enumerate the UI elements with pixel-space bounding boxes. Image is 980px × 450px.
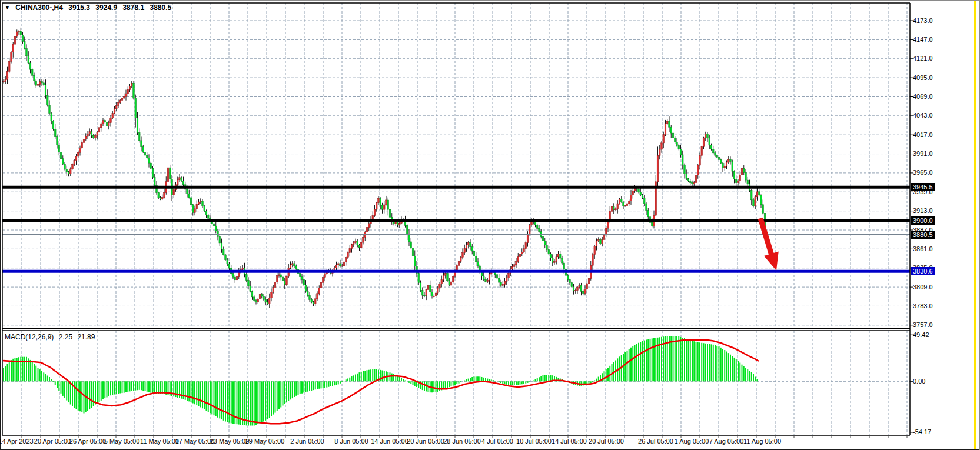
macd-main-value: 2.25 (59, 333, 72, 341)
time-tick-label: 5 May 05:00 (104, 438, 140, 445)
time-tick-label: 1 Aug 05:00 (675, 438, 709, 445)
price-tick-label: 3861.0 (913, 245, 933, 253)
time-tick-label: 26 Jul 05:00 (638, 438, 673, 445)
ohlc-open: 3915.3 (68, 4, 90, 12)
price-tick-label: 4017.0 (913, 131, 933, 139)
price-badge: 3900.0 (911, 216, 935, 225)
time-tick-label: 7 Aug 05:00 (709, 438, 744, 445)
macd-name: MACD(12,26,9) (5, 333, 54, 341)
ohlc-high: 3924.9 (95, 4, 117, 12)
time-tick-label: 23 May 05:00 (210, 438, 250, 445)
time-tick-label: 11 May 05:00 (140, 438, 179, 445)
price-tick-label: 3991.0 (913, 150, 933, 158)
ohlc-low: 3878.1 (122, 4, 144, 12)
macd-tick-label: -54.17 (913, 428, 931, 436)
mt4-chart-window: ▼ CHINA300-,H4 3915.3 3924.9 3878.1 3880… (0, 0, 980, 450)
chart-canvas[interactable] (0, 0, 980, 450)
time-tick-label: 11 Aug 05:00 (743, 438, 781, 445)
price-badge: 3880.5 (911, 231, 935, 239)
symbol-dropdown-icon[interactable]: ▼ (5, 5, 10, 11)
macd-signal-value: 21.89 (77, 333, 95, 341)
time-tick-label: 17 May 05:00 (175, 438, 215, 445)
macd-tick-label: 49.42 (913, 331, 929, 339)
price-tick-label: 3783.0 (913, 302, 933, 310)
time-tick-label: 14 Jul 05:00 (552, 438, 587, 445)
price-tick-label: 4095.0 (913, 74, 933, 82)
time-tick-label: 10 Jul 05:00 (516, 438, 552, 445)
price-tick-label: 4069.0 (913, 93, 933, 101)
time-tick-label: 20 Jun 05:00 (407, 438, 444, 445)
time-tick-label: 20 Jul 05:00 (589, 438, 624, 445)
time-tick-label: 14 Jun 05:00 (371, 438, 408, 445)
macd-tick-label: 0.00 (913, 378, 925, 385)
price-tick-label: 4147.0 (913, 36, 933, 44)
time-tick-label: 29 May 05:00 (245, 438, 285, 445)
ohlc-close: 3880.5 (150, 4, 171, 12)
time-tick-label: 8 Jun 05:00 (334, 438, 368, 445)
time-tick-label: 14 Apr 2023 (0, 438, 34, 445)
symbol-timeframe-label: CHINA300-,H4 (15, 4, 63, 12)
chart-title: ▼ CHINA300-,H4 3915.3 3924.9 3878.1 3880… (5, 4, 175, 12)
time-tick-label: 4 Jul 05:00 (481, 438, 513, 445)
time-tick-label: 20 Apr 05:00 (34, 438, 71, 445)
time-tick-label: 2 Jun 05:00 (290, 438, 324, 445)
price-tick-label: 3809.0 (913, 284, 933, 291)
price-badge: 3945.5 (911, 183, 935, 191)
price-tick-label: 3965.0 (913, 169, 933, 176)
price-badge: 3830.6 (911, 267, 935, 275)
price-tick-label: 4121.0 (913, 55, 933, 62)
price-tick-label: 3913.0 (913, 207, 933, 215)
time-tick-label: 26 Apr 05:00 (69, 438, 106, 445)
price-tick-label: 3757.0 (913, 321, 933, 329)
time-tick-label: 28 Jun 05:00 (443, 438, 481, 445)
price-tick-label: 4043.0 (913, 112, 933, 119)
macd-indicator-label: MACD(12,26,9) 2.25 21.89 (5, 333, 98, 341)
price-tick-label: 4173.0 (913, 17, 933, 25)
